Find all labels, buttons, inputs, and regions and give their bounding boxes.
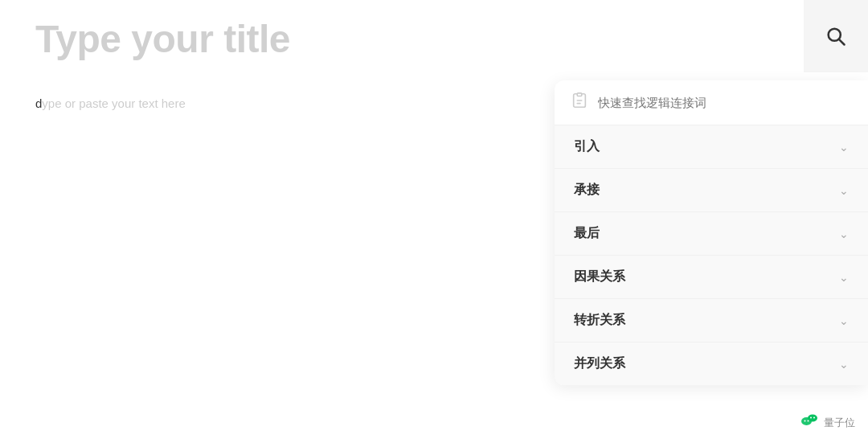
search-input[interactable] [598, 96, 852, 109]
editor-placeholder: ype or paste your text here [42, 96, 185, 110]
title-area: Type your title [35, 16, 788, 63]
category-item-binglie[interactable]: 并列关系 ⌄ [555, 342, 868, 385]
svg-rect-2 [577, 93, 582, 96]
category-item-chengjie[interactable]: 承接 ⌄ [555, 169, 868, 212]
category-label: 并列关系 [574, 355, 625, 372]
svg-point-10 [813, 417, 815, 419]
editor-area[interactable]: dype or paste your text here [35, 96, 338, 110]
category-item-yinru[interactable]: 引入 ⌄ [555, 125, 868, 169]
chevron-down-icon: ⌄ [839, 228, 849, 240]
svg-point-8 [808, 420, 809, 422]
clipboard-icon [571, 92, 588, 113]
main-container: Type your title dype or paste your text … [0, 0, 868, 447]
search-button[interactable] [804, 0, 868, 72]
chevron-down-icon: ⌄ [839, 184, 849, 197]
category-item-zhuanzhe[interactable]: 转折关系 ⌄ [555, 299, 868, 342]
category-label: 最后 [574, 225, 600, 242]
svg-point-7 [805, 420, 806, 422]
search-icon [825, 25, 847, 47]
category-list: 引入 ⌄ 承接 ⌄ 最后 ⌄ 因果关系 ⌄ 转折关系 ⌄ 并列关系 ⌄ [555, 125, 868, 385]
watermark: 量子位 [800, 411, 855, 434]
category-label: 承接 [574, 182, 600, 199]
chevron-down-icon: ⌄ [839, 141, 849, 154]
watermark-logo [800, 411, 819, 434]
chevron-down-icon: ⌄ [839, 271, 849, 284]
svg-point-6 [808, 415, 817, 422]
category-label: 引入 [574, 138, 600, 155]
category-label: 转折关系 [574, 312, 625, 329]
dropdown-panel: 引入 ⌄ 承接 ⌄ 最后 ⌄ 因果关系 ⌄ 转折关系 ⌄ 并列关系 ⌄ [555, 80, 868, 385]
category-label: 因果关系 [574, 269, 625, 285]
category-item-zuihou[interactable]: 最后 ⌄ [555, 212, 868, 256]
svg-line-1 [839, 39, 844, 44]
watermark-text: 量子位 [824, 416, 855, 430]
panel-search-bar [555, 80, 868, 125]
chevron-down-icon: ⌄ [839, 314, 849, 327]
svg-point-9 [810, 417, 812, 419]
chevron-down-icon: ⌄ [839, 358, 849, 371]
category-item-yinguo[interactable]: 因果关系 ⌄ [555, 256, 868, 299]
page-title[interactable]: Type your title [35, 16, 788, 63]
